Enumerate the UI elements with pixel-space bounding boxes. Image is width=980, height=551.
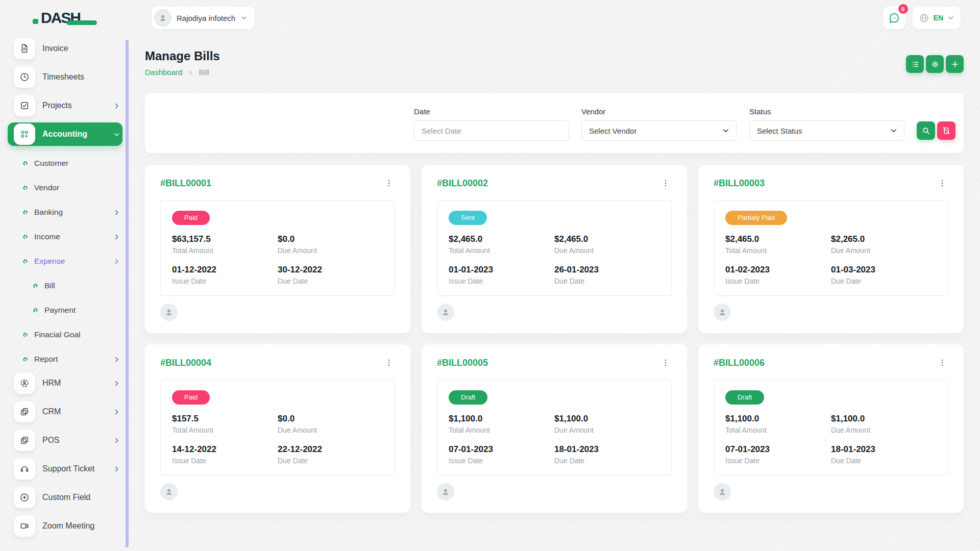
breadcrumb-dashboard-link[interactable]: Dashboard bbox=[145, 68, 182, 77]
vendor-avatar[interactable] bbox=[437, 483, 454, 500]
chevron-right-icon bbox=[113, 209, 122, 216]
sidebar-item-banking[interactable]: Banking bbox=[8, 200, 122, 224]
bill-id-link[interactable]: #BILL00006 bbox=[714, 358, 765, 368]
bill-menu-button[interactable] bbox=[936, 358, 948, 368]
bill-card-header: #BILL00002 bbox=[437, 178, 672, 189]
total-amount-value: $2,465.0 bbox=[725, 234, 831, 244]
due-date-label: Due Date bbox=[831, 277, 937, 285]
bullet-ring-icon bbox=[22, 357, 28, 362]
person-icon bbox=[158, 13, 168, 23]
total-amount-cell: $157.5 Total Amount bbox=[172, 414, 278, 434]
messages-button[interactable]: 0 bbox=[883, 7, 905, 29]
person-icon bbox=[717, 487, 727, 497]
sidebar-item-income[interactable]: Income bbox=[8, 224, 122, 249]
bill-menu-button[interactable] bbox=[383, 178, 395, 188]
due-amount-value: $2,465.0 bbox=[554, 234, 660, 244]
vendor-avatar[interactable] bbox=[160, 483, 178, 500]
company-switcher[interactable]: Rajodiya infotech bbox=[152, 7, 255, 29]
bill-card-header: #BILL00001 bbox=[160, 178, 395, 189]
user-focus-icon bbox=[14, 372, 35, 394]
due-date-cell: 26-01-2023 Due Date bbox=[554, 265, 660, 285]
plus-icon bbox=[950, 60, 960, 69]
list-view-button[interactable] bbox=[906, 55, 924, 73]
sidebar-item-expense[interactable]: Expense bbox=[8, 249, 122, 273]
language-selector[interactable]: EN bbox=[913, 7, 961, 29]
due-amount-label: Due Amount bbox=[554, 426, 660, 434]
bill-id-link[interactable]: #BILL00001 bbox=[160, 178, 211, 189]
vendor-avatar[interactable] bbox=[160, 304, 178, 321]
settings-button[interactable] bbox=[926, 55, 944, 73]
vendor-filter-select[interactable]: Select Vendor bbox=[581, 120, 737, 141]
brand-logo[interactable]: DASH bbox=[0, 7, 130, 29]
create-bill-button[interactable] bbox=[946, 55, 964, 73]
bill-menu-button[interactable] bbox=[659, 358, 672, 368]
bill-values-grid: $1,100.0 Total Amount $1,100.0 Due Amoun… bbox=[725, 414, 937, 465]
kebab-icon bbox=[938, 179, 946, 187]
due-amount-cell: $1,100.0 Due Amount bbox=[831, 414, 937, 434]
sidebar-item-report[interactable]: Report bbox=[8, 347, 122, 371]
page-header: Manage Bills Dashboard Bill bbox=[145, 36, 964, 77]
bill-id-link[interactable]: #BILL00003 bbox=[714, 178, 765, 189]
sidebar-item-payment[interactable]: Payment bbox=[8, 298, 122, 322]
vendor-avatar[interactable] bbox=[714, 304, 731, 321]
due-date-cell: 22-12-2022 Due Date bbox=[278, 444, 383, 465]
bill-id-link[interactable]: #BILL00005 bbox=[437, 358, 488, 368]
sidebar-item-label: Payment bbox=[44, 306, 122, 315]
globe-icon bbox=[919, 13, 929, 23]
sidebar-item-timesheets[interactable]: Timesheets bbox=[8, 65, 122, 89]
total-amount-cell: $1,100.0 Total Amount bbox=[725, 414, 831, 434]
due-amount-cell: $0.0 Due Amount bbox=[278, 414, 383, 434]
sidebar-item-accounting[interactable]: Accounting bbox=[8, 122, 122, 146]
bill-values-grid: $63,157.5 Total Amount $0.0 Due Amount 0… bbox=[172, 234, 383, 285]
status-filter-select[interactable]: Select Status bbox=[749, 120, 904, 141]
bill-menu-button[interactable] bbox=[936, 178, 948, 188]
brand-dot-icon bbox=[33, 19, 38, 24]
due-date-cell: 01-03-2023 Due Date bbox=[831, 265, 937, 285]
bill-menu-button[interactable] bbox=[659, 178, 672, 188]
bill-id-link[interactable]: #BILL00004 bbox=[160, 358, 211, 368]
bullet-ring-icon bbox=[33, 308, 38, 313]
vendor-avatar[interactable] bbox=[437, 304, 454, 321]
bill-card: #BILL00006 Draft $1,100.0 Total Amount $… bbox=[698, 344, 964, 513]
company-name: Rajodiya infotech bbox=[177, 14, 235, 22]
sidebar-item-vendor[interactable]: Vendor bbox=[8, 176, 122, 200]
bill-details-box: Draft $1,100.0 Total Amount $1,100.0 Due… bbox=[714, 380, 948, 475]
due-date-label: Due Date bbox=[278, 457, 383, 465]
date-filter-input[interactable] bbox=[414, 120, 569, 141]
sidebar-item-zoom-meeting[interactable]: Zoom Meeting bbox=[8, 514, 122, 538]
bill-card: #BILL00002 Sent $2,465.0 Total Amount $2… bbox=[422, 165, 687, 333]
total-amount-cell: $2,465.0 Total Amount bbox=[725, 234, 831, 255]
issue-date-label: Issue Date bbox=[725, 277, 831, 285]
bill-details-box: Draft $1,100.0 Total Amount $1,100.0 Due… bbox=[437, 380, 672, 475]
vendor-avatar[interactable] bbox=[714, 483, 731, 500]
bill-id-link[interactable]: #BILL00002 bbox=[437, 178, 488, 189]
issue-date-value: 01-01-2023 bbox=[449, 265, 554, 275]
sidebar-item-support-ticket[interactable]: Support Ticket bbox=[8, 457, 122, 481]
sidebar-item-pos[interactable]: POS bbox=[8, 429, 122, 452]
gear-icon bbox=[930, 60, 940, 69]
sidebar-menu: InvoiceTimesheetsProjectsAccountingCusto… bbox=[0, 36, 130, 538]
sidebar-item-finacial-goal[interactable]: Finacial Goal bbox=[8, 322, 122, 347]
bill-card: #BILL00003 Partialy Paid $2,465.0 Total … bbox=[698, 165, 964, 333]
reset-filter-button[interactable] bbox=[937, 121, 955, 140]
sidebar-item-bill[interactable]: Bill bbox=[8, 273, 122, 298]
sidebar-item-invoice[interactable]: Invoice bbox=[8, 37, 122, 60]
due-date-label: Due Date bbox=[831, 457, 937, 465]
sidebar-item-custom-field[interactable]: Custom Field bbox=[8, 486, 122, 509]
messages-badge: 0 bbox=[898, 4, 908, 14]
search-button[interactable] bbox=[917, 121, 935, 140]
sidebar-item-crm[interactable]: CRM bbox=[8, 400, 122, 423]
bill-menu-button[interactable] bbox=[383, 358, 395, 368]
sidebar-item-label: Report bbox=[34, 355, 113, 364]
person-icon bbox=[164, 307, 174, 317]
due-amount-value: $1,100.0 bbox=[831, 414, 937, 424]
sidebar-item-projects[interactable]: Projects bbox=[8, 94, 122, 117]
due-amount-value: $0.0 bbox=[278, 414, 383, 424]
sidebar-item-customer[interactable]: Customer bbox=[8, 151, 122, 176]
issue-date-cell: 07-01-2023 Issue Date bbox=[725, 444, 831, 465]
language-code: EN bbox=[934, 14, 943, 22]
sidebar-scrollbar[interactable] bbox=[126, 40, 129, 547]
page-title: Manage Bills bbox=[145, 49, 964, 63]
sidebar-item-hrm[interactable]: HRM bbox=[8, 371, 122, 395]
person-icon bbox=[164, 487, 174, 497]
